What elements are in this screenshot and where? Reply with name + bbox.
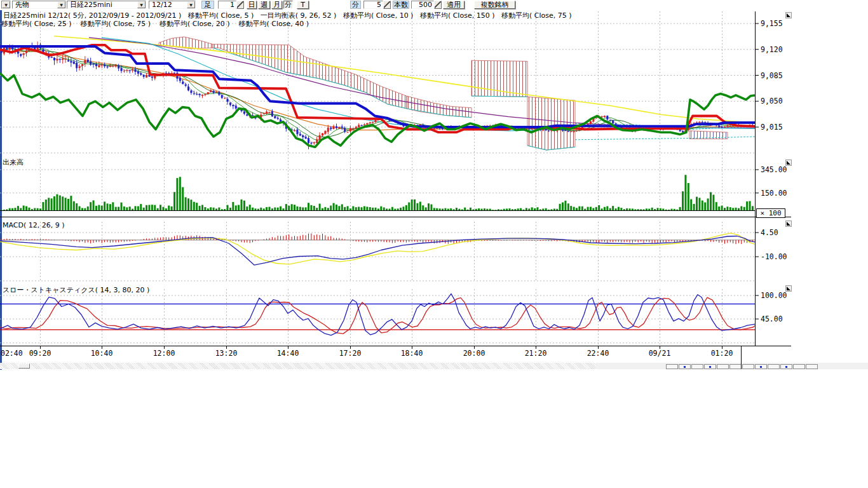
time-axis-label: 10:40 <box>91 349 113 358</box>
time-axis-label: 18:40 <box>401 349 423 358</box>
price-panel-collapse-button[interactable] <box>785 12 792 18</box>
axis-tick-label: 345.00 <box>761 165 787 174</box>
bottom-toolbar-buttons[interactable] <box>666 364 818 369</box>
time-axis-label: 22:40 <box>587 349 609 358</box>
time-axis-label: 09:20 <box>29 349 51 358</box>
axis-tick-label: 9,155 <box>761 19 783 28</box>
chart-header-line1: 日経225mini 12/12( 5分, 2012/09/19 - 2012/0… <box>3 12 571 20</box>
time-axis-label: 09/21 <box>649 349 671 358</box>
volume-panel-collapse-button[interactable] <box>785 159 792 166</box>
gridlines <box>0 11 755 345</box>
axis-tick-label: 9,085 <box>761 71 783 80</box>
chart-canvas: 9,1559,1209,0859,0509,015345.00150.004.5… <box>0 0 794 370</box>
axis-tick-label: 45.00 <box>761 315 783 323</box>
stoch-panel-collapse-button[interactable] <box>785 285 792 292</box>
time-axis-label: 14:40 <box>277 349 299 358</box>
axes: 9,1559,1209,0859,0509,015345.00150.004.5… <box>0 11 791 358</box>
chart-header-line2: 移動平均( Close, 25 ) 移動平均( Close, 75 ) 移動平均… <box>1 20 309 28</box>
macd-panel <box>0 233 755 265</box>
axis-tick-label: 9,050 <box>761 97 783 105</box>
macd-panel-title: MACD( 12, 26, 9 ) <box>3 221 65 229</box>
trading-chart-app: ▼ 先物 ▼ 日経225mini ▼ 12/12 ▼ 足 1 日 週 月 分 T… <box>0 0 868 488</box>
axis-tick-label: 9,015 <box>761 123 783 132</box>
time-axis-label: 01:20 <box>711 349 733 358</box>
axis-tick-label: 9,120 <box>761 45 783 54</box>
axis-tick-label: -10.00 <box>761 252 787 261</box>
axis-tick-label: 100.00 <box>761 291 787 300</box>
scrollbar-thumb[interactable] <box>18 363 30 369</box>
axis-tick-label: 150.00 <box>761 189 787 198</box>
time-axis-label: 17:20 <box>339 349 362 358</box>
macd-panel-collapse-button[interactable] <box>785 220 792 227</box>
time-axis-label: 02:40 <box>1 349 23 358</box>
volume-multiplier-box: × 100 <box>756 208 785 218</box>
axis-tick-label: 4.50 <box>761 228 778 237</box>
volume-bars <box>1 175 754 210</box>
time-axis-label: 13:20 <box>215 349 238 358</box>
volume-panel-title: 出来高 <box>3 158 24 167</box>
stoch-panel-title: スロー・ストキャスティクス( 14, 3, 80, 20 ) <box>3 285 149 295</box>
stochastics-panel <box>0 294 755 335</box>
time-axis-label: 12:00 <box>153 349 175 358</box>
time-axis-label: 21:20 <box>525 349 547 358</box>
time-axis-divider <box>741 346 742 369</box>
time-axis-label: 20:00 <box>463 349 485 358</box>
